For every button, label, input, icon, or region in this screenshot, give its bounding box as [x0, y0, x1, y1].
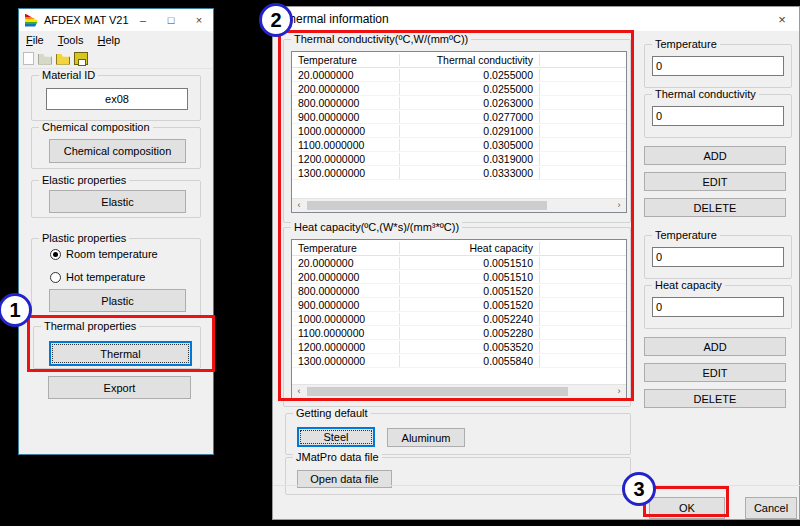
- cond-delete-button[interactable]: DELETE: [644, 198, 786, 217]
- table-cell: 20.0000000: [292, 257, 400, 269]
- table-cell: 0.0052240: [400, 313, 540, 325]
- chemical-composition-group: Chemical composition Chemical compositio…: [31, 127, 201, 169]
- save-icon[interactable]: [74, 52, 88, 65]
- table-row[interactable]: 200.00000000.0255000: [292, 82, 626, 96]
- table-body: 20.00000000.0255000200.00000000.02550008…: [292, 68, 626, 180]
- scroll-left-icon[interactable]: ‹: [292, 199, 306, 212]
- cond-value-input[interactable]: [652, 106, 784, 126]
- scrollbar-thumb[interactable]: [307, 387, 568, 396]
- minimize-icon[interactable]: –: [129, 14, 157, 26]
- cap-temperature-label: Temperature: [652, 229, 720, 241]
- cancel-button[interactable]: Cancel: [745, 497, 797, 519]
- elastic-properties-group: Elastic properties Elastic: [31, 180, 201, 218]
- table-row[interactable]: 800.00000000.0051520: [292, 284, 626, 298]
- table-row[interactable]: 1000.00000000.0291000: [292, 124, 626, 138]
- cond-temperature-input[interactable]: [652, 56, 784, 76]
- table-cell: 900.0000000: [292, 111, 400, 123]
- table-row[interactable]: 900.00000000.0277000: [292, 110, 626, 124]
- material-id-input[interactable]: [46, 88, 188, 110]
- table-row[interactable]: 1100.00000000.0305000: [292, 138, 626, 152]
- scroll-right-icon[interactable]: ›: [612, 199, 626, 212]
- scroll-right-icon[interactable]: ›: [612, 385, 626, 398]
- cap-value-group: Heat capacity: [644, 285, 792, 329]
- table-row[interactable]: 1000.00000000.0052240: [292, 312, 626, 326]
- heat-capacity-group-label: Heat capacity(ºC,(W*s)/(mm³*ºC)): [291, 221, 462, 233]
- horizontal-scrollbar[interactable]: ‹ ›: [292, 384, 626, 398]
- material-id-label: Material ID: [39, 69, 98, 81]
- table-row[interactable]: 800.00000000.0263000: [292, 96, 626, 110]
- cap-edit-button[interactable]: EDIT: [644, 363, 786, 382]
- table-cell: 1200.0000000: [292, 341, 400, 353]
- table-cell: 800.0000000: [292, 97, 400, 109]
- table-cell: 0.0277000: [400, 111, 540, 123]
- elastic-button[interactable]: Elastic: [49, 190, 186, 213]
- cond-edit-button[interactable]: EDIT: [644, 172, 786, 191]
- dialog-titlebar[interactable]: Thermal information ×: [273, 7, 799, 31]
- radio-unselected-icon: [50, 272, 61, 283]
- table-cell: 200.0000000: [292, 271, 400, 283]
- horizontal-scrollbar[interactable]: ‹ ›: [292, 198, 626, 212]
- afdex-titlebar[interactable]: AFDEX MAT V21 – □ ×: [19, 9, 213, 31]
- plastic-properties-label: Plastic properties: [39, 232, 129, 244]
- thermal-button[interactable]: Thermal: [49, 341, 192, 366]
- steel-button[interactable]: Steel: [297, 427, 375, 447]
- cap-value-input[interactable]: [652, 297, 784, 317]
- afdex-logo-icon: [25, 14, 38, 27]
- ok-button[interactable]: OK: [649, 497, 725, 519]
- table-row[interactable]: 1200.00000000.0319000: [292, 152, 626, 166]
- maximize-icon[interactable]: □: [157, 14, 185, 26]
- new-file-icon[interactable]: [23, 52, 34, 65]
- plastic-button[interactable]: Plastic: [49, 289, 186, 312]
- getting-default-label: Getting default: [293, 407, 371, 419]
- column-header-thermal-conductivity[interactable]: Thermal conductivity: [400, 54, 540, 66]
- table-cell: 1100.0000000: [292, 327, 400, 339]
- menu-help[interactable]: Help: [90, 34, 127, 46]
- table-body: 20.00000000.0051510200.00000000.00515108…: [292, 256, 626, 368]
- table-row[interactable]: 20.00000000.0051510: [292, 256, 626, 270]
- table-cell: 0.0052280: [400, 327, 540, 339]
- table-cell: 200.0000000: [292, 83, 400, 95]
- export-button[interactable]: Export: [48, 376, 191, 399]
- material-id-group: Material ID: [31, 75, 201, 121]
- scrollbar-thumb[interactable]: [307, 201, 547, 210]
- hot-temperature-radio[interactable]: Hot temperature: [50, 271, 145, 283]
- room-temperature-label: Room temperature: [66, 248, 158, 260]
- cap-temperature-input[interactable]: [652, 247, 784, 267]
- table-cell: 0.0263000: [400, 97, 540, 109]
- column-header-heat-capacity[interactable]: Heat capacity: [400, 242, 540, 254]
- table-row[interactable]: 1200.00000000.0053520: [292, 340, 626, 354]
- table-header: Temperature Thermal conductivity: [292, 52, 626, 68]
- dialog-close-icon[interactable]: ×: [765, 12, 799, 27]
- table-row[interactable]: 20.00000000.0255000: [292, 68, 626, 82]
- table-row[interactable]: 900.00000000.0051520: [292, 298, 626, 312]
- thermal-properties-group: Thermal properties Thermal: [33, 326, 201, 369]
- cond-add-button[interactable]: ADD: [644, 146, 786, 165]
- table-cell: 0.0051510: [400, 257, 540, 269]
- import-folder-icon[interactable]: [56, 52, 70, 65]
- cond-value-group: Thermal conductivity: [644, 94, 792, 138]
- elastic-properties-label: Elastic properties: [39, 174, 129, 186]
- open-file-icon[interactable]: [38, 52, 52, 65]
- menu-bar: File Tools Help: [19, 31, 213, 48]
- chemical-composition-button[interactable]: Chemical composition: [49, 139, 186, 163]
- annotation-step-2: 2: [259, 3, 293, 37]
- column-header-temperature[interactable]: Temperature: [292, 54, 400, 66]
- aluminum-button[interactable]: Aluminum: [387, 428, 465, 447]
- column-header-temperature[interactable]: Temperature: [292, 242, 400, 254]
- table-row[interactable]: 200.00000000.0051510: [292, 270, 626, 284]
- table-row[interactable]: 1300.00000000.0333000: [292, 166, 626, 180]
- scroll-left-icon[interactable]: ‹: [292, 385, 306, 398]
- table-row[interactable]: 1100.00000000.0052280: [292, 326, 626, 340]
- cap-add-button[interactable]: ADD: [644, 337, 786, 356]
- menu-tools[interactable]: Tools: [51, 34, 91, 46]
- menu-file[interactable]: File: [19, 34, 51, 46]
- getting-default-group: Getting default Steel Aluminum: [285, 413, 631, 455]
- table-row[interactable]: 1300.00000000.0055840: [292, 354, 626, 368]
- table-cell: 1200.0000000: [292, 153, 400, 165]
- table-cell: 0.0305000: [400, 139, 540, 151]
- room-temperature-radio[interactable]: Room temperature: [50, 248, 158, 260]
- thermal-conductivity-table[interactable]: Temperature Thermal conductivity 20.0000…: [291, 51, 627, 213]
- heat-capacity-table[interactable]: Temperature Heat capacity 20.00000000.00…: [291, 239, 627, 399]
- close-icon[interactable]: ×: [185, 14, 213, 26]
- cap-delete-button[interactable]: DELETE: [644, 389, 786, 408]
